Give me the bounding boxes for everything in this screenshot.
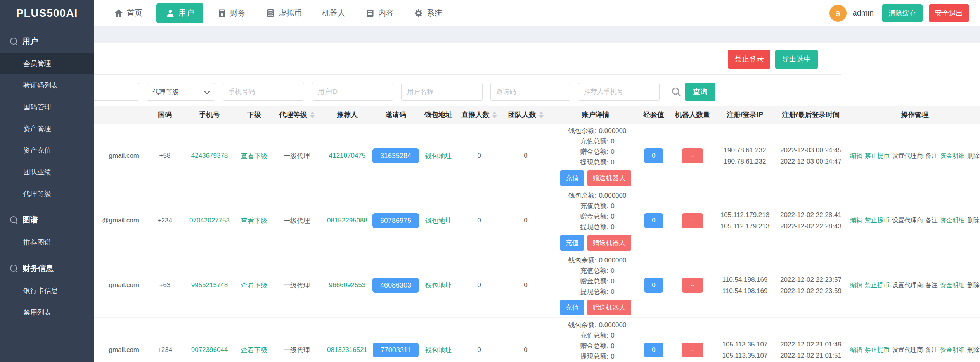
sidebar-item-asset-recharge[interactable]: 资产充值 [0, 140, 94, 161]
sidebar-item-agent-level[interactable]: 代理等级 [0, 183, 94, 205]
action-text[interactable]: 设置代理商 [892, 152, 923, 160]
wallet-address-link[interactable]: 钱包地址 [425, 216, 452, 225]
col-header-team-count[interactable]: 团队人数 [508, 110, 544, 119]
sidebar-item-referral-graph[interactable]: 推荐图谱 [0, 231, 94, 253]
sidebar-item-bank-card-info[interactable]: 银行卡信息 [0, 280, 94, 302]
invite-code-filter-input[interactable] [490, 83, 570, 101]
invite-code-button[interactable]: 60786975 [372, 213, 419, 228]
avatar[interactable]: a [829, 5, 847, 22]
logout-button[interactable]: 安全退出 [929, 4, 969, 22]
phone-link[interactable]: 07042027753 [189, 217, 230, 224]
referrer-link[interactable]: 4121070475 [329, 152, 366, 160]
action-text[interactable]: 设置代理商 [892, 346, 923, 354]
recharge-button[interactable]: 充值 [560, 300, 584, 315]
sidebar-item-asset-management[interactable]: 资产管理 [0, 118, 94, 140]
sidebar-item-team-performance[interactable]: 团队业绩 [0, 161, 94, 183]
action-text[interactable]: 删除 [967, 281, 980, 290]
robot-count-button[interactable]: -- [682, 343, 703, 357]
action-text[interactable]: 删除 [967, 217, 980, 225]
reg-login-time: 2022-12-02 22:23:57 2022-12-02 22:23:59 [780, 276, 841, 295]
sidebar-section-graph[interactable]: 图谱 [0, 205, 94, 231]
action-link[interactable]: 资金明细 [940, 152, 965, 160]
nav-item-home[interactable]: 首页 [104, 0, 152, 26]
robot-count-button[interactable]: -- [682, 148, 703, 163]
agent-level-select[interactable]: 代理等级 [147, 83, 215, 101]
col-header-direct-count[interactable]: 直推人数 [462, 110, 497, 119]
action-link[interactable]: 编辑 [850, 152, 862, 160]
view-subordinates-link[interactable]: 查看下级 [241, 346, 267, 355]
action-link[interactable]: 禁止提币 [865, 281, 890, 290]
user-name-filter-input[interactable] [401, 83, 483, 101]
action-text[interactable]: 备注 [925, 152, 938, 160]
action-text[interactable]: 删除 [967, 346, 980, 354]
sidebar-item-country-code[interactable]: 国码管理 [0, 96, 94, 118]
recharge-button[interactable]: 充值 [560, 235, 584, 251]
phone-link[interactable]: 9955215748 [191, 281, 228, 289]
nav-item-robot[interactable]: 机器人 [312, 0, 355, 26]
phone-link[interactable]: 9072396044 [191, 346, 228, 354]
action-link[interactable]: 编辑 [850, 217, 862, 225]
nav-item-system[interactable]: 系统 [404, 0, 452, 26]
action-link[interactable]: 资金明细 [940, 346, 965, 354]
gift-robot-button[interactable]: 赠送机器人 [587, 300, 631, 315]
nav-item-content[interactable]: 内容 [355, 0, 404, 26]
invite-code-button[interactable]: 77003311 [373, 343, 419, 357]
sidebar-item-disabled-list[interactable]: 禁用列表 [0, 302, 94, 323]
action-link[interactable]: 禁止提币 [865, 152, 890, 160]
nav-item-crypto[interactable]: 虚拟币 [256, 0, 312, 26]
referrer-link[interactable]: 08152295088 [327, 217, 367, 224]
phone-filter-input[interactable] [223, 83, 304, 101]
robot-count-button[interactable]: -- [682, 213, 703, 228]
wallet-address-link[interactable]: 钱包地址 [425, 281, 452, 290]
sidebar-item-captcha-list[interactable]: 验证码列表 [0, 74, 94, 96]
search-button[interactable]: 查询 [685, 83, 715, 101]
user-id-filter-input[interactable] [312, 83, 393, 101]
member-email: @gmail.com [102, 217, 147, 224]
view-subordinates-link[interactable]: 查看下级 [241, 152, 267, 160]
wallet-address-link[interactable]: 钱包地址 [425, 152, 452, 160]
action-link[interactable]: 禁止提币 [865, 217, 890, 225]
clear-cache-button[interactable]: 清除缓存 [882, 4, 923, 22]
exp-value-button[interactable]: 0 [644, 148, 663, 163]
view-subordinates-link[interactable]: 查看下级 [241, 216, 267, 225]
recharge-button[interactable]: 充值 [560, 170, 584, 186]
nav-item-finance[interactable]: ¥ 财务 [207, 0, 256, 26]
sort-icon[interactable] [539, 112, 544, 118]
invite-code-button[interactable]: 31635284 [372, 148, 419, 163]
action-text[interactable]: 备注 [925, 281, 938, 290]
sidebar-section-users[interactable]: 用户 [0, 26, 94, 53]
sidebar-item-member-management[interactable]: 会员管理 [0, 53, 94, 74]
exp-value-button[interactable]: 0 [644, 278, 663, 293]
exp-value-button[interactable]: 0 [644, 343, 663, 357]
phone-link[interactable]: 4243679378 [191, 152, 228, 160]
action-link[interactable]: 编辑 [850, 281, 862, 290]
sort-icon[interactable] [310, 112, 315, 118]
action-text[interactable]: 备注 [925, 346, 938, 354]
exp-value-button[interactable]: 0 [644, 213, 663, 228]
referrer-link[interactable]: 9666092553 [329, 281, 366, 289]
action-link[interactable]: 编辑 [850, 346, 862, 354]
ban-login-button[interactable]: 禁止登录 [728, 50, 770, 69]
action-text[interactable]: 设置代理商 [892, 217, 923, 225]
action-link[interactable]: 资金明细 [940, 217, 965, 225]
action-text[interactable]: 设置代理商 [892, 281, 923, 290]
export-selected-button[interactable]: 导出选中 [775, 50, 818, 69]
referrer-link[interactable]: 08132316521 [327, 346, 367, 354]
referrer-phone-filter-input[interactable] [578, 83, 660, 101]
action-text[interactable]: 备注 [925, 217, 938, 225]
sort-icon[interactable] [492, 112, 497, 118]
nav-item-users[interactable]: 用户 [156, 3, 203, 23]
col-header-agent-level[interactable]: 代理等级 [279, 110, 315, 119]
sidebar-section-finance-info[interactable]: 财务信息 [0, 253, 94, 280]
username[interactable]: admin [853, 9, 874, 17]
direct-count: 0 [477, 217, 481, 224]
robot-count-button[interactable]: -- [682, 278, 703, 293]
gift-robot-button[interactable]: 赠送机器人 [587, 170, 631, 186]
action-link[interactable]: 资金明细 [940, 281, 965, 290]
wallet-address-link[interactable]: 钱包地址 [425, 346, 452, 355]
gift-robot-button[interactable]: 赠送机器人 [587, 235, 631, 251]
action-text[interactable]: 删除 [967, 152, 980, 160]
invite-code-button[interactable]: 46086303 [372, 278, 419, 293]
action-link[interactable]: 禁止提币 [865, 346, 890, 354]
view-subordinates-link[interactable]: 查看下级 [241, 281, 267, 290]
